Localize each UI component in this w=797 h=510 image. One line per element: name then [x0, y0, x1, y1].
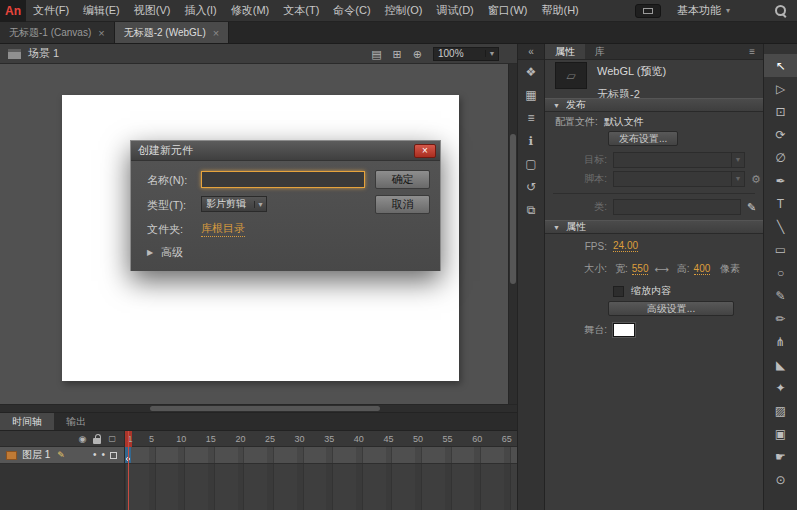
lasso-tool[interactable]: ∅ — [764, 146, 797, 169]
frame-ruler[interactable]: 15101520253035404550556065 — [125, 431, 517, 447]
advanced-label[interactable]: 高级 — [161, 245, 183, 260]
stage-color-swatch[interactable] — [613, 323, 635, 337]
eraser-tool[interactable]: ▨ — [764, 399, 797, 422]
expand-panels-icon[interactable]: « — [518, 44, 544, 60]
components-panel-icon[interactable]: ⧉ — [518, 198, 544, 221]
text-tool[interactable]: T — [764, 192, 797, 215]
menu-item[interactable]: 文件(F) — [26, 0, 76, 21]
stage-width-value[interactable]: 550 — [632, 263, 649, 275]
tab-close-icon[interactable]: × — [98, 28, 104, 38]
oval-tool[interactable]: ○ — [764, 261, 797, 284]
dialog-titlebar[interactable]: 创建新元件 × — [131, 141, 440, 161]
rectangle-tool[interactable]: ▭ — [764, 238, 797, 261]
target-label: 目标: — [545, 153, 607, 167]
3d-rotation-tool[interactable]: ⟳ — [764, 123, 797, 146]
show-hide-all-layers-icon[interactable]: ◉ — [79, 435, 87, 443]
edit-symbols-icon[interactable]: ⊞ — [393, 48, 402, 60]
vertical-scroll-thumb[interactable] — [510, 134, 516, 284]
paint-bucket-tool[interactable]: ◣ — [764, 353, 797, 376]
document-tab[interactable]: 无标题-2 (WebGL) × — [115, 22, 230, 43]
eyedropper-tool[interactable]: ✦ — [764, 376, 797, 399]
camera-tool[interactable]: ▣ — [764, 422, 797, 445]
document-tab[interactable]: 无标题-1 (Canvas) × — [0, 22, 115, 43]
edit-scene-icon[interactable]: ▤ — [371, 48, 381, 60]
layer-list-empty[interactable] — [0, 464, 125, 510]
menu-item[interactable]: 命令(C) — [326, 0, 377, 21]
stage-height-value[interactable]: 400 — [694, 263, 711, 275]
vertical-scrollbar[interactable] — [508, 64, 517, 404]
lock-all-layers-icon[interactable] — [93, 438, 101, 444]
hand-tool[interactable]: ☛ — [764, 445, 797, 468]
pen-tool[interactable]: ✒ — [764, 169, 797, 192]
layer-frames-track[interactable] — [125, 447, 517, 464]
tab-close-icon[interactable]: × — [213, 28, 219, 38]
menu-item[interactable]: 编辑(E) — [76, 0, 127, 21]
scene-name[interactable]: 场景 1 — [28, 46, 59, 61]
tab-properties[interactable]: 属性 — [545, 44, 585, 59]
target-dropdown: ▼ — [613, 152, 745, 168]
ok-button[interactable]: 确定 — [375, 170, 430, 189]
publish-settings-button[interactable]: 发布设置... — [608, 131, 678, 146]
library-root-link[interactable]: 库根目录 — [201, 221, 245, 237]
layer-row: 图层 1 ✎ • • — [0, 447, 517, 464]
outline-all-layers-icon[interactable]: ▢ — [108, 435, 116, 443]
link-dimensions-icon[interactable]: ⟷ — [654, 264, 668, 275]
history-panel-icon[interactable]: ↺ — [518, 175, 544, 198]
tab-output[interactable]: 输出 — [54, 413, 98, 430]
tab-library[interactable]: 库 — [585, 44, 615, 59]
free-transform-tool[interactable]: ⊡ — [764, 100, 797, 123]
timeline-ruler[interactable]: ◉ ▢ 15101520253035404550556065 — [0, 431, 517, 447]
fps-value[interactable]: 24.00 — [613, 240, 638, 252]
menu-item[interactable]: 窗口(W) — [481, 0, 535, 21]
workspace-switcher[interactable]: 基本功能 ▾ — [677, 3, 730, 18]
info-panel-icon[interactable]: ℹ — [518, 129, 544, 152]
tab-timeline[interactable]: 时间轴 — [0, 413, 54, 430]
menu-item[interactable]: 调试(D) — [430, 0, 481, 21]
subselection-tool[interactable]: ▷ — [764, 77, 797, 100]
brush-tool[interactable]: ✏ — [764, 307, 797, 330]
frames-empty-grid[interactable] — [125, 464, 517, 510]
pasteboard[interactable]: 创建新元件 × 名称(N): 确定 类型(T): 影片剪辑 ▼ 取消 文件夹: … — [0, 64, 517, 404]
layer-visibility-dot[interactable]: • — [93, 451, 97, 459]
pencil-tool[interactable]: ✎ — [764, 284, 797, 307]
menu-item[interactable]: 帮助(H) — [535, 0, 586, 21]
transform-panel-icon[interactable]: ▢ — [518, 152, 544, 175]
scale-content-checkbox[interactable] — [613, 286, 624, 297]
selection-tool[interactable]: ↖ — [764, 54, 797, 77]
menu-item[interactable]: 视图(V) — [127, 0, 178, 21]
dialog-close-button[interactable]: × — [414, 144, 436, 158]
profile-value[interactable]: 默认文件 — [604, 115, 644, 129]
bone-tool[interactable]: ⋔ — [764, 330, 797, 353]
color-panel-icon[interactable]: ❖ — [518, 60, 544, 83]
image-icon: ▱ — [566, 69, 575, 83]
swatches-panel-icon[interactable]: ▦ — [518, 83, 544, 106]
horizontal-scrollbar[interactable] — [0, 404, 517, 412]
menu-item[interactable]: 插入(I) — [177, 0, 223, 21]
zoom-tool[interactable]: ⊙ — [764, 468, 797, 491]
edit-class-pencil-icon[interactable]: ✎ — [747, 201, 756, 214]
horizontal-scroll-thumb[interactable] — [150, 406, 380, 411]
center-stage-icon[interactable]: ⊕ — [413, 48, 422, 60]
properties-section-header[interactable]: ▼ 属性 — [545, 220, 763, 234]
line-tool[interactable]: ╲ — [764, 215, 797, 238]
align-panel-icon[interactable]: ≡ — [518, 106, 544, 129]
timeline-tabbar: 时间轴 输出 — [0, 413, 517, 431]
symbol-name-input[interactable] — [201, 171, 365, 188]
layer-outline-color-swatch[interactable] — [110, 452, 117, 459]
symbol-type-dropdown[interactable]: 影片剪辑 ▼ — [201, 196, 267, 212]
layer-lock-dot[interactable]: • — [101, 451, 105, 459]
layer-name[interactable]: 图层 1 — [22, 448, 50, 462]
publish-section-header[interactable]: ▼ 发布 — [545, 98, 763, 112]
menu-item[interactable]: 修改(M) — [224, 0, 277, 21]
screen-mode-icon[interactable] — [635, 4, 661, 18]
search-icon[interactable] — [774, 4, 787, 17]
advanced-expand-caret-icon[interactable]: ▶ — [147, 248, 153, 257]
layer-item[interactable]: 图层 1 ✎ • • — [0, 447, 125, 464]
zoom-select[interactable]: 100% ▼ — [433, 47, 499, 61]
cancel-button[interactable]: 取消 — [375, 195, 430, 214]
playhead-line[interactable] — [128, 431, 129, 510]
panel-menu-icon[interactable]: ≡ — [749, 46, 763, 57]
menu-item[interactable]: 控制(O) — [378, 0, 430, 21]
advanced-settings-button[interactable]: 高级设置... — [608, 301, 734, 316]
menu-item[interactable]: 文本(T) — [276, 0, 326, 21]
